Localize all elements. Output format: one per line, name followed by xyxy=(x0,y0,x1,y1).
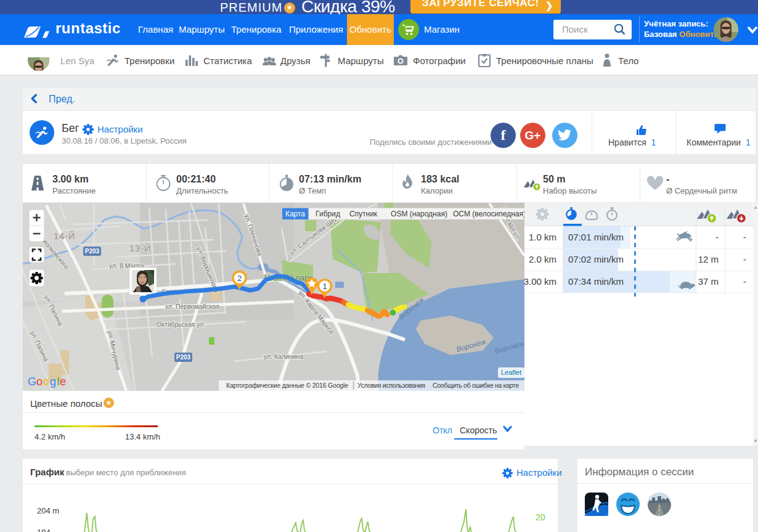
svg-text:07:34 min/km: 07:34 min/km xyxy=(568,276,624,287)
svg-text:07:01 min/km: 07:01 min/km xyxy=(568,232,624,242)
svg-text:Октябрьская ул.: Октябрьская ул. xyxy=(157,321,205,328)
svg-text:07:02 min/km: 07:02 min/km xyxy=(568,254,624,264)
svg-text:o: o xyxy=(36,375,43,388)
svg-text:e: e xyxy=(60,375,66,388)
svg-text:Сообщить об ошибке на карте: Сообщить об ошибке на карте xyxy=(433,382,519,389)
svg-text:2.0 km: 2.0 km xyxy=(529,254,556,264)
svg-text:P203: P203 xyxy=(85,248,100,255)
svg-text:ул. Первомайская: ул. Первомайская xyxy=(165,303,219,310)
svg-text:-: - xyxy=(743,232,746,242)
svg-text:14-Й: 14-Й xyxy=(54,231,75,241)
svg-text:Leaflet: Leaflet xyxy=(501,369,521,376)
svg-text:-: - xyxy=(715,232,719,242)
svg-text:13-Й: 13-Й xyxy=(129,243,151,253)
svg-text:Картографические данные © 2016: Картографические данные © 2016 Google xyxy=(226,382,348,389)
svg-text:l: l xyxy=(57,375,60,388)
svg-text:-: - xyxy=(743,276,746,287)
svg-text:3.00 km: 3.00 km xyxy=(524,276,556,287)
svg-text:OSM (народная): OSM (народная) xyxy=(391,210,447,218)
svg-text:g: g xyxy=(50,375,56,388)
svg-text:Условия использования: Условия использования xyxy=(357,382,425,389)
svg-text:Гибрид: Гибрид xyxy=(316,210,340,218)
svg-text:37 m: 37 m xyxy=(698,276,719,287)
svg-text:Карта: Карта xyxy=(285,210,305,218)
svg-text:P203: P203 xyxy=(176,354,191,361)
svg-text:o: o xyxy=(43,375,49,388)
svg-text:2: 2 xyxy=(237,274,242,283)
svg-text:G: G xyxy=(28,375,36,388)
svg-text:ул. Калинина: ул. Калинина xyxy=(264,353,303,360)
svg-text:-: - xyxy=(743,254,746,264)
svg-text:Спутник: Спутник xyxy=(349,210,378,218)
svg-text:12 m: 12 m xyxy=(698,254,719,264)
svg-text:1: 1 xyxy=(322,282,327,291)
svg-text:ОСМ (велосипедная): ОСМ (велосипедная) xyxy=(453,210,524,218)
svg-text:1.0 km: 1.0 km xyxy=(529,232,556,242)
